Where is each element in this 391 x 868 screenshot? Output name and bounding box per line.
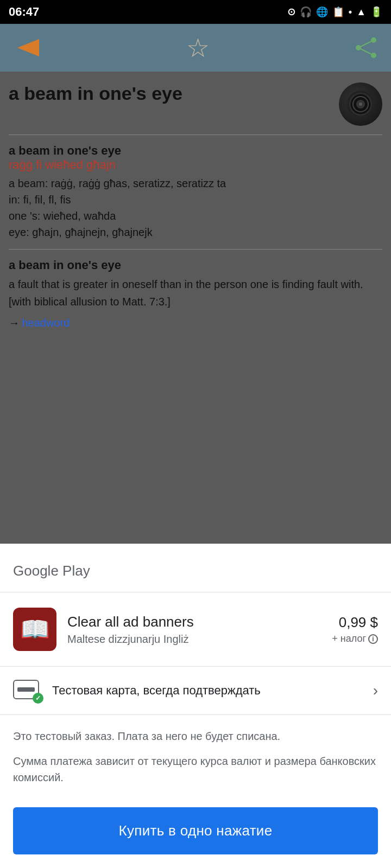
buy-button-section: Купить в одно нажатие (0, 799, 391, 868)
phrase-en-bold: a beam in one's eye (9, 144, 382, 158)
buy-button[interactable]: Купить в одно нажатие (13, 807, 378, 854)
dot-icon: • (349, 7, 352, 18)
clipboard-icon: 📋 (332, 6, 344, 18)
circle-icon: ⊙ (287, 6, 295, 18)
price-value: 0,99 $ (332, 614, 378, 631)
back-arrow-icon (13, 36, 41, 60)
favorite-button[interactable]: ☆ (186, 33, 210, 63)
main-content: a beam in one's eye a beam in one's eye … (0, 72, 391, 544)
product-row: 📖 Clear all ad banners Maltese dizzjunar… (0, 592, 391, 667)
payment-row[interactable]: ✓ Тестовая карта, всегда подтверждать › (0, 667, 391, 715)
card-icon-wrap: ✓ (13, 680, 41, 701)
svg-line-4 (358, 40, 374, 48)
back-button[interactable] (13, 36, 41, 60)
headphones-icon: 🎧 (300, 6, 312, 18)
star-icon: ☆ (186, 33, 210, 63)
info-icon[interactable]: i (368, 634, 378, 644)
check-badge: ✓ (33, 693, 43, 704)
definition-line-4: eye: għajn, għajnejn, għajnejk (9, 224, 382, 240)
svg-marker-0 (17, 39, 39, 56)
svg-point-11 (359, 103, 362, 106)
definition-line-2: in: fi, fil, fl, fis (9, 192, 382, 208)
share-button[interactable] (354, 36, 378, 60)
arrow-symbol: → (9, 317, 20, 329)
tax-label: + налог (332, 633, 366, 644)
svg-text:Google Play: Google Play (13, 563, 90, 579)
app-icon: 📖 (13, 608, 56, 651)
divider-2 (9, 249, 382, 250)
notice-line-2: Сумма платежа зависит от текущего курса … (13, 753, 378, 786)
headword-reference: → headword (9, 317, 382, 329)
time-display: 06:47 (9, 5, 39, 19)
payment-label: Тестовая карта, всегда подтверждать (52, 684, 362, 698)
second-entry-block: a beam in one's eye a fault that is grea… (9, 258, 382, 329)
headword-link[interactable]: headword (22, 317, 70, 329)
product-name: Clear all ad banners (67, 613, 321, 631)
svg-point-1 (371, 37, 376, 43)
google-play-logo-svg: Google Play (13, 559, 122, 581)
speaker-button[interactable] (339, 82, 382, 126)
notice-line-1: Это тестовый заказ. Плата за него не буд… (13, 728, 378, 744)
definition-line-3: one 's: wieħed, waħda (9, 208, 382, 224)
wifi-icon: ▲ (356, 7, 366, 18)
google-play-panel: Google Play 📖 Clear all ad banners Malte… (0, 544, 391, 868)
phrase-maltese: raġġ fi wieħed għajn (9, 158, 382, 172)
main-headword: a beam in one's eye (9, 82, 182, 105)
product-subtitle: Maltese dizzjunarju Ingliż (67, 633, 321, 646)
google-play-header: Google Play (0, 544, 391, 592)
google-play-logo: Google Play (13, 559, 378, 581)
app-icon-emoji: 📖 (20, 615, 50, 643)
chevron-right-icon: › (373, 682, 378, 699)
battery-icon: 🔋 (370, 6, 382, 18)
phrase2-en-bold: a beam in one's eye (9, 258, 382, 272)
status-right: ⊙ 🎧 🌐 📋 • ▲ 🔋 (287, 6, 382, 18)
globe-icon: 🌐 (316, 6, 328, 18)
share-icon (354, 36, 378, 60)
definition-line-1: a beam: raġġ, raġġ għas, seratizz, serat… (9, 175, 382, 192)
status-bar: 06:47 ⊙ 🎧 🌐 📋 • ▲ 🔋 (0, 0, 391, 24)
speaker-icon (347, 91, 374, 118)
card-stripe (17, 687, 35, 692)
status-left: 06:47 (9, 5, 39, 19)
product-price: 0,99 $ + налог i (332, 614, 378, 644)
price-tax: + налог i (332, 633, 378, 644)
definition-full-text: a fault that is greater in oneself than … (9, 276, 382, 310)
notice-section: Это тестовый заказ. Плата за него не буд… (0, 715, 391, 799)
product-info: Clear all ad banners Maltese dizzjunarju… (67, 613, 321, 646)
divider-1 (9, 135, 382, 135)
entry-title-row: a beam in one's eye (9, 82, 382, 126)
translation-block: a beam in one's eye raġġ fi wieħed għajn… (9, 144, 382, 240)
toolbar: ☆ (0, 24, 391, 72)
svg-line-5 (358, 48, 374, 55)
